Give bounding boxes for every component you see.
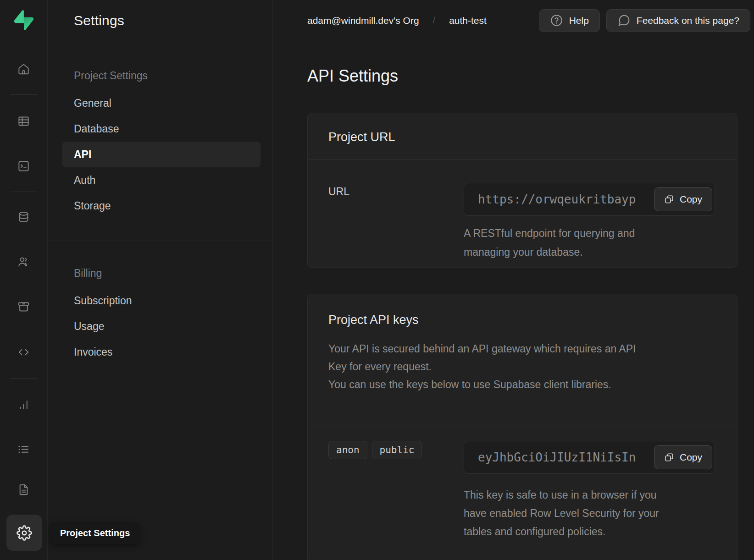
main-area: adam@windmill.dev's Org / auth-test Help… bbox=[273, 0, 754, 560]
api-keys-description-line-1: Your API is secured behind an API gatewa… bbox=[328, 340, 654, 376]
sidebar-item-usage[interactable]: Usage bbox=[62, 313, 261, 339]
sidebar-item-database[interactable]: Database bbox=[62, 116, 261, 142]
project-url-card: Project URL URL https://orwqeukritbayp bbox=[307, 113, 737, 268]
project-settings-tooltip: Project Settings bbox=[50, 522, 139, 544]
public-badge: public bbox=[372, 441, 422, 459]
supabase-logo-icon[interactable] bbox=[14, 10, 34, 30]
edge-functions-code-icon[interactable] bbox=[14, 342, 34, 362]
help-button[interactable]: Help bbox=[539, 9, 600, 32]
sidebar-item-storage[interactable]: Storage bbox=[62, 193, 261, 219]
copy-anon-key-button[interactable]: Copy bbox=[654, 445, 712, 469]
anon-key-value: eyJhbGciOiJIUzI1NiIsIn bbox=[478, 450, 636, 464]
copy-url-button[interactable]: Copy bbox=[654, 187, 712, 211]
url-row-field-col: https://orwqeukritbayp Copy A RESTful en… bbox=[464, 183, 715, 262]
project-url-value: https://orwqeukritbayp bbox=[478, 192, 636, 206]
sidebar-item-api[interactable]: API bbox=[62, 142, 261, 167]
copy-icon bbox=[664, 452, 674, 462]
project-url-card-title: Project URL bbox=[328, 130, 716, 144]
sidebar-item-auth[interactable]: Auth bbox=[62, 167, 261, 193]
icon-rail bbox=[0, 0, 48, 560]
settings-sidebar-header: Settings bbox=[48, 0, 272, 41]
copy-url-label: Copy bbox=[680, 194, 702, 205]
api-keys-card-next-row bbox=[308, 556, 737, 560]
message-bubble-icon bbox=[617, 14, 631, 27]
anon-key-field[interactable]: eyJhbGciOiJIUzI1NiIsIn Copy bbox=[464, 441, 715, 474]
url-row-label-col: URL bbox=[328, 183, 464, 262]
anon-badge: anon bbox=[328, 441, 367, 459]
sidebar-item-subscription[interactable]: Subscription bbox=[62, 288, 261, 313]
copy-anon-key-label: Copy bbox=[680, 452, 702, 463]
url-label: URL bbox=[328, 183, 464, 198]
sidebar-item-general[interactable]: General bbox=[62, 90, 261, 116]
api-keys-card-description: Your API is secured behind an API gatewa… bbox=[328, 340, 716, 394]
top-header: adam@windmill.dev's Org / auth-test Help… bbox=[273, 0, 754, 41]
project-url-card-header: Project URL bbox=[308, 113, 737, 160]
logs-list-icon[interactable] bbox=[14, 439, 34, 459]
sidebar-divider bbox=[48, 241, 272, 241]
sql-editor-icon[interactable] bbox=[14, 156, 34, 176]
anon-key-row: anon public eyJhbGciOiJIUzI1NiIsIn Copy bbox=[308, 424, 737, 556]
help-circle-icon bbox=[550, 14, 563, 27]
project-url-field[interactable]: https://orwqeukritbayp Copy bbox=[464, 183, 715, 216]
table-editor-icon[interactable] bbox=[14, 111, 34, 131]
header-actions: Help Feedback on this page? bbox=[539, 9, 750, 32]
api-keys-card: Project API keys Your API is secured beh… bbox=[307, 294, 737, 560]
help-button-label: Help bbox=[569, 15, 589, 26]
feedback-button-label: Feedback on this page? bbox=[637, 15, 739, 26]
storage-icon[interactable] bbox=[14, 296, 34, 317]
page-content: API Settings Project URL URL https://orw… bbox=[273, 41, 754, 560]
settings-sidebar: Settings Project Settings General Databa… bbox=[48, 0, 273, 560]
api-keys-card-header: Project API keys Your API is secured beh… bbox=[308, 294, 737, 424]
breadcrumb-project[interactable]: auth-test bbox=[449, 15, 487, 26]
rail-divider bbox=[10, 94, 38, 95]
settings-title: Settings bbox=[74, 13, 124, 28]
docs-file-icon[interactable] bbox=[14, 479, 34, 500]
section-label-project-settings: Project Settings bbox=[48, 70, 272, 82]
anon-key-badges: anon public bbox=[328, 441, 464, 459]
url-description: A RESTful endpoint for querying and mana… bbox=[464, 224, 665, 262]
anon-key-description: This key is safe to use in a browser if … bbox=[464, 486, 679, 541]
home-icon[interactable] bbox=[14, 59, 34, 79]
anon-key-field-col: eyJhbGciOiJIUzI1NiIsIn Copy This key is … bbox=[464, 441, 715, 541]
breadcrumb-separator: / bbox=[433, 15, 436, 26]
rail-divider bbox=[10, 378, 38, 379]
billing-menu: Subscription Usage Invoices bbox=[48, 288, 272, 365]
page-title: API Settings bbox=[307, 66, 737, 86]
supabase-dashboard: Settings Project Settings General Databa… bbox=[0, 0, 754, 560]
section-label-billing: Billing bbox=[48, 267, 272, 280]
anon-key-badges-col: anon public bbox=[328, 441, 464, 541]
sidebar-item-invoices[interactable]: Invoices bbox=[62, 339, 261, 365]
feedback-button[interactable]: Feedback on this page? bbox=[606, 9, 750, 32]
auth-users-icon[interactable] bbox=[14, 252, 34, 272]
project-settings-tooltip-label: Project Settings bbox=[60, 528, 130, 538]
breadcrumb-org[interactable]: adam@windmill.dev's Org bbox=[307, 15, 419, 26]
project-settings-menu: General Database API Auth Storage bbox=[48, 90, 272, 219]
rail-divider bbox=[10, 192, 38, 192]
api-keys-description-line-2: You can use the keys below to use Supaba… bbox=[328, 376, 700, 394]
project-settings-gear-icon[interactable] bbox=[6, 515, 42, 551]
url-row: URL https://orwqeukritbayp Copy bbox=[308, 160, 737, 267]
copy-icon bbox=[664, 194, 674, 204]
api-keys-card-title: Project API keys bbox=[328, 313, 716, 327]
database-icon[interactable] bbox=[14, 207, 34, 227]
reports-chart-icon[interactable] bbox=[14, 394, 34, 414]
